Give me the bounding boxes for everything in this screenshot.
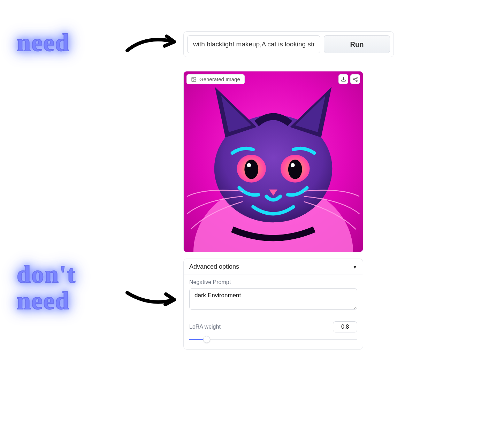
- generated-image-label-text: Generated Image: [199, 76, 240, 82]
- generated-image: [184, 71, 363, 252]
- image-actions: [338, 74, 360, 84]
- svg-line-16: [354, 79, 356, 80]
- negative-prompt-label: Negative Prompt: [189, 279, 357, 285]
- prompt-input[interactable]: [187, 35, 320, 53]
- lora-weight-input[interactable]: [333, 321, 357, 332]
- run-button[interactable]: Run: [324, 35, 390, 53]
- advanced-options-panel: Advanced options ▼ Negative Prompt LoRA …: [183, 259, 363, 350]
- svg-point-7: [247, 163, 251, 167]
- advanced-options-title: Advanced options: [189, 263, 239, 270]
- download-icon: [341, 77, 346, 82]
- advanced-options-toggle[interactable]: Advanced options ▼: [184, 259, 363, 275]
- annotation-need: need: [17, 30, 70, 56]
- arrow-icon: [125, 286, 181, 310]
- generated-image-label: Generated Image: [186, 74, 245, 84]
- svg-point-6: [288, 160, 302, 179]
- negative-prompt-group: Negative Prompt: [184, 275, 363, 317]
- slider-thumb[interactable]: [203, 336, 210, 343]
- share-icon: [353, 77, 358, 82]
- svg-point-10: [193, 78, 194, 79]
- prompt-panel: Run: [183, 31, 394, 57]
- svg-point-12: [356, 77, 357, 78]
- chevron-down-icon: ▼: [352, 264, 357, 270]
- image-icon: [191, 77, 197, 82]
- share-button[interactable]: [350, 74, 360, 84]
- svg-point-13: [353, 78, 354, 80]
- lora-weight-slider[interactable]: [189, 335, 357, 344]
- svg-point-8: [291, 163, 295, 167]
- generated-image-card: Generated Image: [183, 71, 363, 252]
- svg-line-15: [354, 78, 356, 79]
- slider-track: [189, 339, 357, 340]
- svg-point-14: [356, 80, 357, 82]
- annotation-dont-need: don't need: [17, 261, 76, 314]
- arrow-icon: [125, 31, 181, 56]
- lora-weight-label: LoRA weight: [189, 324, 221, 330]
- lora-weight-group: LoRA weight: [184, 317, 363, 349]
- negative-prompt-input[interactable]: [189, 288, 357, 310]
- download-button[interactable]: [338, 74, 348, 84]
- svg-point-5: [244, 160, 258, 179]
